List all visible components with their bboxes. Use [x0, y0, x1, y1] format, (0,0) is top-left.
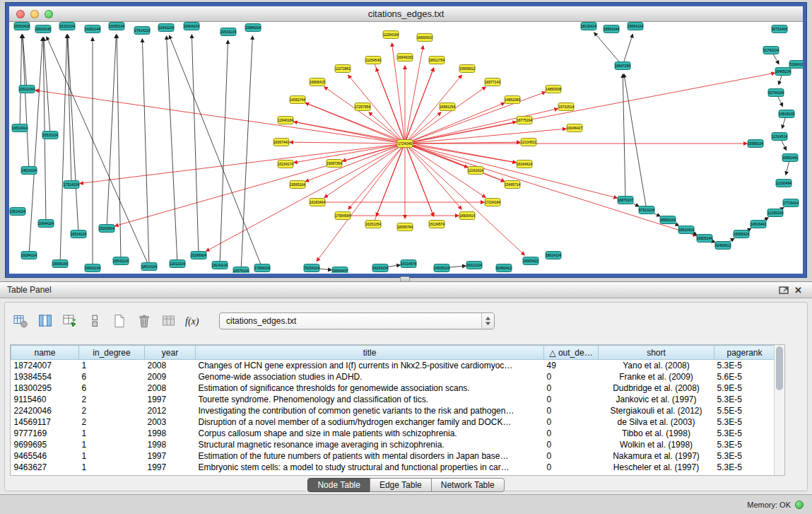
table-cell[interactable]: Dudbridge et al. (2008) — [599, 382, 714, 394]
graph-node[interactable]: 16905424 — [734, 230, 749, 238]
table-cell[interactable]: Estimation of the future numbers of pati… — [196, 450, 544, 462]
graph-edge[interactable] — [405, 144, 617, 198]
graph-node[interactable]: 14518109 — [779, 110, 794, 118]
graph-node[interactable]: 14516441 — [751, 221, 766, 228]
graph-node[interactable]: 16312104 — [466, 262, 482, 269]
table-cell[interactable]: 5.3E-5 — [714, 428, 775, 439]
graph-node[interactable]: 20515104 — [42, 132, 58, 139]
table-cell[interactable]: Tibbo et al. (1998) — [599, 428, 714, 439]
table-scrollbar[interactable] — [774, 345, 784, 475]
graph-node[interactable]: 19654104 — [628, 23, 643, 30]
table-cell[interactable]: 1998 — [145, 428, 196, 439]
graph-edge[interactable] — [405, 87, 486, 144]
table-cell[interactable]: 2 — [79, 394, 145, 405]
graph-node[interactable]: 18130414 — [581, 23, 596, 30]
table-row[interactable]: 946554611997Estimation of the future num… — [11, 450, 775, 462]
column-header[interactable]: year — [145, 346, 196, 360]
table-row[interactable]: 2242004622012Investigating the contribut… — [11, 405, 775, 416]
graph-node[interactable]: 15134574 — [429, 221, 445, 228]
graph-edge[interactable] — [294, 144, 405, 163]
table-cell[interactable]: 5.5E-5 — [714, 405, 775, 416]
graph-node[interactable]: 10575104 — [233, 267, 249, 274]
table-cell[interactable]: 2008 — [145, 360, 196, 371]
graph-node[interactable]: 14514104 — [21, 167, 37, 175]
graph-node[interactable]: 20644104 — [38, 220, 54, 228]
graph-edge[interactable] — [167, 36, 177, 264]
import-table-icon[interactable] — [160, 312, 178, 330]
table-cell[interactable]: 5.3E-5 — [714, 360, 775, 371]
graph-node[interactable]: 20531104 — [220, 28, 236, 36]
table-cell[interactable]: Nakamura et al. (1997) — [599, 450, 714, 462]
graph-edge[interactable] — [405, 144, 468, 168]
table-cell[interactable]: 1 — [79, 462, 145, 473]
table-cell[interactable]: 6 — [79, 371, 145, 382]
table-cell[interactable]: 49 — [544, 360, 599, 371]
table-cell[interactable]: 1 — [79, 428, 145, 439]
table-cell[interactable]: Embryonic stem cells: a model to study s… — [196, 462, 544, 473]
table-scrollbar-thumb[interactable] — [776, 346, 783, 390]
float-panel-icon[interactable] — [776, 286, 792, 294]
graph-node[interactable]: 17514104 — [64, 181, 79, 189]
graph-node[interactable]: 15495714 — [505, 181, 520, 189]
table-cell[interactable]: 5.3E-5 — [714, 462, 775, 473]
graph-node[interactable]: 16905422 — [523, 257, 539, 265]
row-selection-icon[interactable] — [86, 312, 104, 330]
graph-node[interactable]: 17204184 — [485, 199, 500, 206]
graph-node[interactable]: 18614104 — [546, 252, 561, 259]
graph-node[interactable]: 18141104 — [212, 262, 228, 269]
graph-node[interactable]: 20634140 — [35, 25, 51, 33]
graph-node[interactable]: 16310104 — [59, 23, 75, 30]
graph-node[interactable]: 16660910 — [417, 34, 433, 42]
graph-node[interactable]: 16905144 — [697, 235, 712, 243]
graph-node[interactable]: 12160494 — [776, 180, 792, 187]
graph-node[interactable]: 19731514 — [558, 103, 574, 111]
graph-node[interactable]: 11314514 — [772, 133, 787, 141]
table-cell[interactable]: 1997 — [145, 394, 196, 405]
graph-node[interactable]: 12165104 — [767, 209, 783, 217]
graph-node[interactable]: 18775164 — [517, 117, 532, 124]
table-cell[interactable]: 18724007 — [11, 360, 79, 371]
column-header[interactable]: name — [11, 346, 79, 360]
graph-node[interactable]: 92731404 — [772, 25, 787, 33]
graph-edge[interactable] — [169, 35, 262, 268]
graph-node[interactable]: 17716414 — [783, 199, 799, 207]
graph-node[interactable]: 18514104 — [141, 263, 157, 271]
table-row[interactable]: 977716911998Corpus callosum shape and si… — [11, 428, 775, 439]
graph-node[interactable]: 12940184 — [278, 117, 293, 124]
graph-node[interactable]: 16806415 — [310, 78, 325, 86]
graph-node[interactable]: 16046427 — [567, 124, 582, 132]
table-cell[interactable]: 1997 — [145, 462, 196, 473]
table-cell[interactable]: 18300295 — [11, 382, 79, 394]
graph-node[interactable]: 19691104 — [85, 264, 100, 272]
graph-node[interactable]: 19234104 — [372, 264, 388, 272]
graph-edge[interactable] — [206, 144, 405, 251]
table-cell[interactable]: Yano et al. (2008) — [599, 360, 714, 371]
graph-node[interactable]: 17954584 — [335, 212, 351, 220]
graph-node[interactable]: 19087354 — [326, 160, 342, 168]
graph-node[interactable]: 18950104 — [660, 216, 676, 224]
graph-node[interactable]: 12612104 — [170, 260, 185, 268]
table-cell[interactable]: 2 — [79, 416, 145, 428]
table-cell[interactable]: 5.6E-5 — [714, 371, 775, 382]
table-cell[interactable]: 5.3E-5 — [714, 416, 775, 428]
table-cell[interactable]: 9699695 — [11, 439, 79, 450]
column-header[interactable]: pagerank — [714, 346, 775, 360]
graph-node[interactable]: 12272861 — [335, 65, 351, 73]
graph-node[interactable]: 10401104 — [158, 24, 174, 32]
graph-edge[interactable] — [294, 122, 405, 144]
graph-edge[interactable] — [405, 129, 566, 144]
graph-node[interactable]: 16183464 — [310, 199, 325, 206]
graph-node[interactable]: 16904104 — [184, 23, 199, 30]
column-header[interactable]: △ out_de… — [544, 346, 599, 360]
graph-edge[interactable] — [115, 144, 405, 226]
table-cell[interactable]: 0 — [544, 371, 599, 382]
column-header[interactable]: title — [196, 346, 544, 360]
graph-edge[interactable] — [20, 35, 22, 128]
table-cell[interactable]: Jankovic et al. (1997) — [599, 394, 714, 405]
table-cell[interactable]: 1 — [79, 360, 145, 371]
tab-network-table[interactable]: Network Table — [431, 478, 505, 492]
table-cell[interactable]: 0 — [544, 428, 599, 439]
graph-node[interactable]: 15958104 — [748, 140, 763, 148]
table-cell[interactable]: 5.9E-5 — [714, 382, 775, 394]
graph-node[interactable]: 12104511 — [521, 139, 536, 146]
